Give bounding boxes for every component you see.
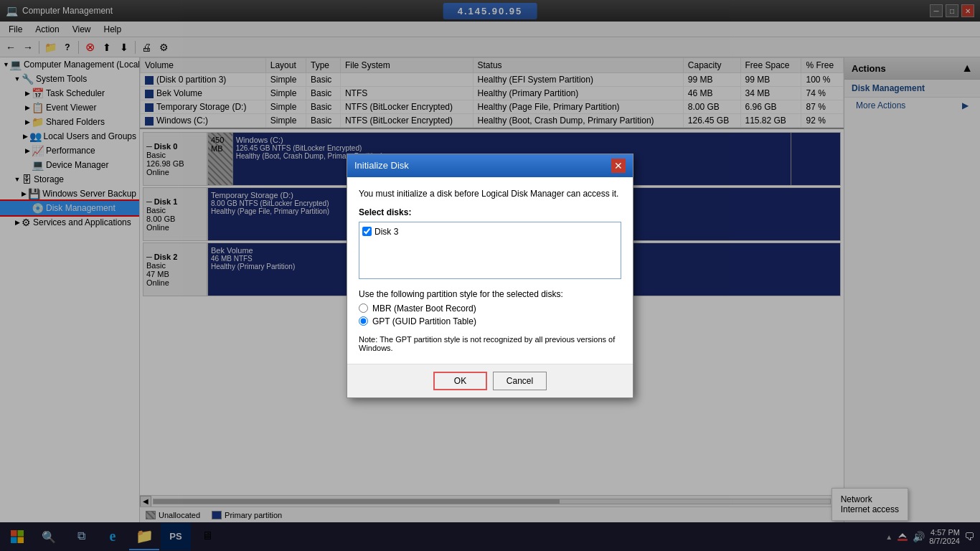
mbr-radio[interactable] [359, 303, 368, 313]
gpt-option[interactable]: GPT (GUID Partition Table) [359, 316, 621, 326]
dialog-ok-button[interactable]: OK [433, 372, 487, 390]
dialog-close-btn[interactable]: ✕ [611, 159, 626, 173]
dialog-footer: OK Cancel [347, 364, 633, 397]
partition-section: Use the following partition style for th… [359, 289, 621, 326]
gpt-note: Note: The GPT partition style is not rec… [359, 335, 621, 352]
select-disks-label: Select disks: [359, 207, 621, 217]
mbr-label[interactable]: MBR (Master Boot Record) [372, 303, 476, 314]
dialog-body: You must initialize a disk before Logica… [347, 177, 633, 364]
partition-style-label: Use the following partition style for th… [359, 289, 621, 299]
modal-overlay: Initialize Disk ✕ You must initialize a … [0, 0, 980, 551]
mbr-option[interactable]: MBR (Master Boot Record) [359, 303, 621, 314]
disk-list: Disk 3 [359, 222, 621, 279]
gpt-label[interactable]: GPT (GUID Partition Table) [372, 316, 476, 326]
dialog-title: Initialize Disk [354, 160, 409, 171]
dialog-titlebar: Initialize Disk ✕ [347, 154, 633, 177]
dialog-cancel-button[interactable]: Cancel [493, 372, 547, 390]
disk3-item[interactable]: Disk 3 [362, 225, 618, 238]
gpt-radio[interactable] [359, 316, 368, 326]
disk3-checkbox[interactable] [362, 227, 372, 236]
initialize-disk-dialog: Initialize Disk ✕ You must initialize a … [347, 154, 633, 398]
disk3-label[interactable]: Disk 3 [374, 227, 398, 237]
dialog-description: You must initialize a disk before Logica… [359, 189, 621, 199]
